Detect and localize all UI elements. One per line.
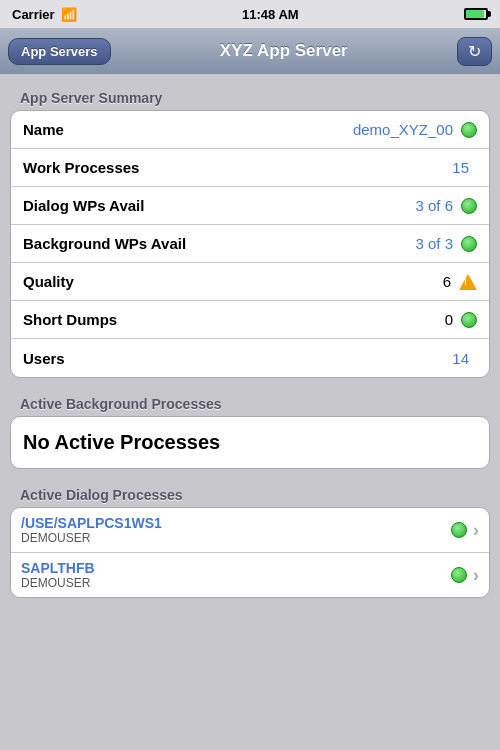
table-row: Background WPs Avail3 of 3 bbox=[11, 225, 489, 263]
process-name: SAPLTHFB bbox=[21, 560, 451, 576]
process-user: DEMOUSER bbox=[21, 576, 451, 590]
row-label: Quality bbox=[23, 273, 443, 290]
status-green-icon bbox=[461, 198, 477, 214]
status-left: Carrier 📶 bbox=[12, 7, 77, 22]
chevron-right-icon: › bbox=[473, 520, 479, 541]
row-label: Dialog WPs Avail bbox=[23, 197, 415, 214]
status-green-icon bbox=[461, 122, 477, 138]
row-label: Work Processes bbox=[23, 159, 452, 176]
carrier-label: Carrier bbox=[12, 7, 55, 22]
row-value: 0 bbox=[445, 311, 453, 328]
process-info: SAPLTHFBDEMOUSER bbox=[21, 560, 451, 590]
process-user: DEMOUSER bbox=[21, 531, 451, 545]
status-green-icon bbox=[461, 312, 477, 328]
back-button[interactable]: App Servers bbox=[8, 38, 111, 65]
table-row: Work Processes15 bbox=[11, 149, 489, 187]
table-row: Quality6 bbox=[11, 263, 489, 301]
row-value: 3 of 3 bbox=[415, 235, 453, 252]
status-right bbox=[464, 8, 488, 20]
status-green-icon bbox=[451, 567, 467, 583]
process-icons: › bbox=[451, 565, 479, 586]
row-value: 15 bbox=[452, 159, 469, 176]
summary-table: Namedemo_XYZ_00Work Processes15Dialog WP… bbox=[10, 110, 490, 378]
status-green-icon bbox=[451, 522, 467, 538]
process-icons: › bbox=[451, 520, 479, 541]
status-bar: Carrier 📶 11:48 AM bbox=[0, 0, 500, 28]
process-name: /USE/SAPLPCS1WS1 bbox=[21, 515, 451, 531]
row-value: 6 bbox=[443, 273, 451, 290]
status-green-icon bbox=[461, 236, 477, 252]
row-label: Name bbox=[23, 121, 353, 138]
refresh-button[interactable]: ↻ bbox=[457, 37, 492, 66]
battery-fill bbox=[466, 10, 484, 18]
table-row: Short Dumps0 bbox=[11, 301, 489, 339]
row-value: 14 bbox=[452, 350, 469, 367]
table-row: Namedemo_XYZ_00 bbox=[11, 111, 489, 149]
summary-section-header: App Server Summary bbox=[10, 84, 490, 110]
dialog-processes-list: /USE/SAPLPCS1WS1DEMOUSER›SAPLTHFBDEMOUSE… bbox=[10, 507, 490, 598]
status-warning-icon bbox=[459, 274, 477, 290]
process-info: /USE/SAPLPCS1WS1DEMOUSER bbox=[21, 515, 451, 545]
nav-bar: App Servers XYZ App Server ↻ bbox=[0, 28, 500, 74]
background-section-header: Active Background Processes bbox=[10, 390, 490, 416]
no-active-processes-label: No Active Processes bbox=[10, 416, 490, 469]
battery-icon bbox=[464, 8, 488, 20]
table-row: Users14 bbox=[11, 339, 489, 377]
dialog-section-header: Active Dialog Processes bbox=[10, 481, 490, 507]
wifi-icon: 📶 bbox=[61, 7, 77, 22]
row-value: 3 of 6 bbox=[415, 197, 453, 214]
row-label: Background WPs Avail bbox=[23, 235, 415, 252]
list-item[interactable]: /USE/SAPLPCS1WS1DEMOUSER› bbox=[11, 508, 489, 553]
status-time: 11:48 AM bbox=[242, 7, 299, 22]
page-content: App Server Summary Namedemo_XYZ_00Work P… bbox=[0, 74, 500, 750]
chevron-right-icon: › bbox=[473, 565, 479, 586]
row-value: demo_XYZ_00 bbox=[353, 121, 453, 138]
row-label: Short Dumps bbox=[23, 311, 445, 328]
table-row: Dialog WPs Avail3 of 6 bbox=[11, 187, 489, 225]
row-label: Users bbox=[23, 350, 452, 367]
list-item[interactable]: SAPLTHFBDEMOUSER› bbox=[11, 553, 489, 597]
nav-title: XYZ App Server bbox=[111, 41, 457, 61]
